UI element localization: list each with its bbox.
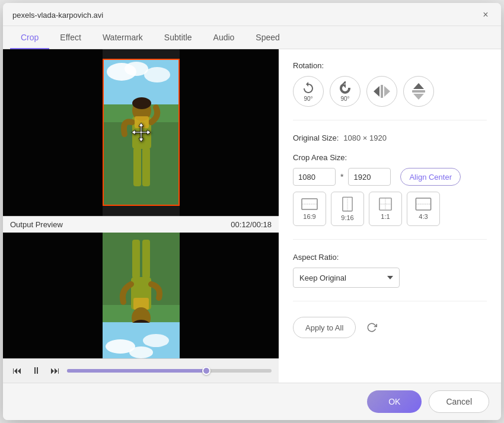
flip-vertical-button[interactable] bbox=[403, 76, 434, 107]
move-cursor-icon bbox=[130, 122, 152, 143]
aspect-4-3-button[interactable]: 4:3 bbox=[407, 192, 440, 226]
aspect-16-9-button[interactable]: 16:9 bbox=[293, 192, 326, 226]
svg-point-10 bbox=[132, 97, 151, 109]
aspect-4-3-icon bbox=[415, 198, 432, 211]
separator-2 bbox=[293, 239, 487, 240]
aspect-16-9-label: 16:9 bbox=[303, 213, 315, 220]
refresh-button[interactable] bbox=[363, 319, 381, 336]
original-size-row: Original Size: 1080 × 1920 bbox=[293, 133, 487, 142]
tab-crop[interactable]: Crop bbox=[10, 27, 49, 49]
svg-point-22 bbox=[143, 334, 169, 347]
rotate-cw-label: 90° bbox=[304, 96, 312, 102]
progress-thumb[interactable] bbox=[202, 367, 210, 375]
crop-separator: * bbox=[340, 172, 343, 182]
aspect-preset-buttons: 16:9 9:16 bbox=[293, 192, 487, 226]
bottom-dark-left bbox=[3, 233, 103, 359]
title-bar: pexels-vlada-karpovich.avi × bbox=[3, 3, 501, 26]
svg-rect-8 bbox=[142, 148, 150, 186]
tab-effect[interactable]: Effect bbox=[49, 27, 92, 49]
crop-area-section: Crop Area Size: * Align Center 16:9 bbox=[293, 153, 487, 226]
video-preview-top bbox=[3, 49, 279, 216]
refresh-icon bbox=[366, 322, 377, 333]
rotate-cw-button[interactable]: 90° bbox=[293, 76, 324, 107]
rotate-ccw-label: 90° bbox=[340, 96, 349, 102]
svg-rect-7 bbox=[133, 148, 141, 186]
svg-marker-25 bbox=[374, 86, 379, 97]
svg-rect-14 bbox=[132, 240, 140, 278]
svg-marker-29 bbox=[413, 94, 424, 100]
crop-area-label: Crop Area Size: bbox=[293, 153, 487, 162]
dark-left bbox=[3, 49, 103, 216]
flip-v-icon bbox=[412, 83, 425, 100]
left-panel: Output Preview 00:12/00:18 bbox=[3, 49, 279, 383]
main-content: Output Preview 00:12/00:18 bbox=[3, 49, 501, 383]
apply-all-button[interactable]: Apply to All bbox=[293, 317, 356, 338]
crop-width-input[interactable] bbox=[293, 168, 336, 186]
aspect-4-3-label: 4:3 bbox=[419, 213, 428, 220]
cancel-button[interactable]: Cancel bbox=[429, 390, 489, 413]
right-panel: Rotation: 90° 90° bbox=[279, 49, 501, 383]
bottom-preview-image bbox=[103, 233, 180, 359]
separator-3 bbox=[293, 301, 487, 301]
ok-button[interactable]: OK bbox=[367, 390, 422, 413]
apply-row: Apply to All bbox=[293, 317, 487, 338]
svg-point-3 bbox=[144, 67, 170, 82]
flip-horizontal-button[interactable] bbox=[366, 76, 397, 107]
rotation-section: Rotation: 90° 90° bbox=[293, 61, 487, 107]
bottom-dark-right bbox=[180, 233, 279, 359]
separator-1 bbox=[293, 120, 487, 120]
output-timestamp: 00:12/00:18 bbox=[231, 220, 272, 229]
rotate-ccw-button[interactable]: 90° bbox=[330, 76, 361, 107]
next-button[interactable]: ⏭ bbox=[48, 364, 62, 378]
svg-marker-28 bbox=[413, 83, 424, 89]
playback-bar: ⏮ ⏸ ⏭ bbox=[3, 358, 279, 383]
crop-area-inputs: * Align Center bbox=[293, 168, 487, 186]
svg-rect-24 bbox=[381, 85, 383, 98]
close-button[interactable]: × bbox=[480, 9, 492, 21]
rotate-ccw-icon bbox=[338, 81, 352, 96]
align-center-button[interactable]: Align Center bbox=[400, 168, 461, 186]
dialog-title: pexels-vlada-karpovich.avi bbox=[12, 11, 103, 20]
aspect-16-9-icon bbox=[301, 198, 318, 211]
svg-rect-27 bbox=[412, 90, 425, 93]
svg-marker-26 bbox=[384, 86, 390, 97]
output-preview-label: Output Preview bbox=[10, 220, 63, 229]
aspect-9-16-icon bbox=[342, 196, 353, 212]
output-label-bar: Output Preview 00:12/00:18 bbox=[3, 216, 279, 233]
original-size-label: Original Size: bbox=[293, 133, 339, 142]
dark-right bbox=[180, 49, 279, 216]
main-dialog: pexels-vlada-karpovich.avi × Crop Effect… bbox=[3, 3, 501, 420]
tab-speed[interactable]: Speed bbox=[245, 27, 290, 49]
footer: OK Cancel bbox=[3, 383, 501, 420]
rotation-buttons: 90° 90° bbox=[293, 76, 487, 107]
pause-button[interactable]: ⏸ bbox=[29, 364, 43, 378]
tab-watermark[interactable]: Watermark bbox=[92, 27, 154, 49]
tab-subtitle[interactable]: Subtitle bbox=[154, 27, 203, 49]
rotation-label: Rotation: bbox=[293, 61, 487, 70]
aspect-1-1-label: 1:1 bbox=[381, 213, 390, 220]
aspect-9-16-button[interactable]: 9:16 bbox=[331, 192, 364, 226]
tab-audio[interactable]: Audio bbox=[203, 27, 245, 49]
flip-h-icon bbox=[374, 85, 390, 98]
svg-point-23 bbox=[129, 346, 153, 358]
svg-rect-15 bbox=[142, 240, 150, 278]
crop-height-input[interactable] bbox=[348, 168, 391, 186]
tabs-bar: Crop Effect Watermark Subtitle Audio Spe… bbox=[3, 26, 501, 49]
aspect-ratio-section: Aspect Ratio: Keep Original 16:9 9:16 1:… bbox=[293, 253, 487, 288]
prev-button[interactable]: ⏮ bbox=[10, 364, 24, 378]
aspect-1-1-icon bbox=[379, 198, 392, 211]
video-preview-bottom bbox=[3, 233, 279, 359]
aspect-9-16-label: 9:16 bbox=[341, 214, 353, 221]
bottom-frame-svg bbox=[103, 233, 180, 359]
aspect-ratio-label: Aspect Ratio: bbox=[293, 253, 487, 262]
crop-frame[interactable] bbox=[103, 59, 180, 206]
rotate-cw-icon bbox=[301, 81, 315, 96]
aspect-ratio-select[interactable]: Keep Original 16:9 9:16 1:1 4:3 21:9 bbox=[293, 268, 400, 288]
progress-fill bbox=[67, 369, 206, 373]
progress-bar[interactable] bbox=[67, 369, 272, 373]
aspect-1-1-button[interactable]: 1:1 bbox=[369, 192, 402, 226]
original-size-value: 1080 × 1920 bbox=[343, 133, 387, 142]
